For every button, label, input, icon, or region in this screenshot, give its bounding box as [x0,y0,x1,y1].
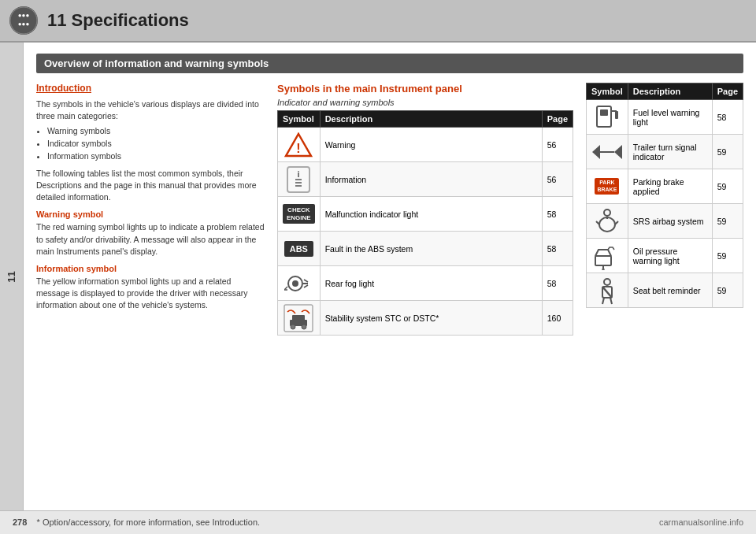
right-col-page: Page [712,83,743,100]
overview-banner: Overview of information and warning symb… [36,54,743,73]
table-row: ABS Fault in the ABS system 58 [278,232,573,266]
symbols-subsection-label: Indicator and warning symbols [277,98,573,107]
symbol-cell-info: i [278,162,321,197]
info-symbol-title: Information symbol [36,264,265,273]
park-brake-badge: PARKBRAKE [595,178,619,195]
table-row: Rear fog light 58 [278,266,573,301]
warning-symbol-title: Warning symbol [36,210,265,219]
right-col-symbol: Symbol [587,83,628,100]
warning-symbol-text: The red warning symbol lights up to indi… [36,221,265,258]
page-title: 11 Specifications [47,10,189,31]
svg-rect-23 [600,109,608,116]
symbol-cell-abs: ABS [278,232,321,266]
seatbelt-icon [591,276,623,305]
table-row: Oil pressure warning light 59 [587,239,743,273]
svg-line-13 [304,280,308,282]
symbol-cell-rear-fog [278,266,321,301]
page-trailer: 59 [712,135,743,169]
page-footer: 278 * Option/accessory, for more informa… [0,510,756,532]
abs-icon: ABS [283,241,315,257]
svg-rect-22 [597,106,611,127]
description-rear-fog: Rear fog light [320,266,542,301]
description-park-brake: Parking brake applied [628,169,712,204]
svg-point-20 [291,324,295,329]
abs-badge: ABS [284,241,313,257]
symbols-section-title: Symbols in the main Instrument panel [277,83,573,95]
footer-footnote: * Option/accessory, for more information… [37,517,260,527]
description-check-engine: Malfunction indicator light [320,197,542,232]
park-brake-icon: PARKBRAKE [591,178,623,195]
bullet-information: Information symbols [47,150,265,163]
symbols-table: Symbol Description Page [277,110,573,336]
description-oil: Oil pressure warning light [628,239,712,273]
svg-line-34 [615,221,618,224]
description-trailer: Trailer turn signal indicator [628,135,712,169]
description-srs: SRS airbag system [628,204,712,239]
description-warning: Warning [320,128,542,162]
page-srs: 59 [712,204,743,239]
bullet-warning: Warning symbols [47,125,265,138]
intro-body1: The symbols in the vehicle's various dis… [36,98,265,122]
page-abs: 58 [542,232,573,266]
page-seatbelt: 59 [712,273,743,308]
introduction-title: Introduction [36,83,265,94]
footer-watermark: carmanualsonline.info [659,517,743,527]
symbol-cell-fuel [587,100,628,135]
page-stability: 160 [542,301,573,336]
table-row: CHECKENGINE Malfunction indicator light … [278,197,573,232]
right-col-description: Description [628,83,712,100]
svg-line-33 [596,221,599,224]
symbols-section: Symbols in the main Instrument panel Ind… [277,83,573,336]
table-row: Seat belt reminder 59 [587,273,743,308]
info-icon: i [283,166,315,193]
svg-point-31 [604,210,610,216]
symbol-cell-seatbelt [587,273,628,308]
page-warning: 56 [542,128,573,162]
svg-line-43 [610,298,612,304]
page-header: ●●● ●●● 11 Specifications [0,0,756,43]
table-row: Stability system STC or DSTC* 160 [278,301,573,336]
bullet-indicator: Indicator symbols [47,138,265,150]
table-row: Trailer turn signal indicator 59 [587,135,743,169]
svg-text:i: i [298,169,300,179]
description-info: Information [320,162,542,197]
svg-point-11 [292,280,298,287]
symbol-cell-stability [278,301,321,336]
chapter-number: 11 [6,271,17,282]
description-abs: Fault in the ABS system [320,232,542,266]
svg-point-32 [599,217,615,232]
stability-icon [283,304,315,332]
page-info: 56 [542,162,573,197]
description-fuel: Fuel level warning light [628,100,712,135]
footer-left: 278 * Option/accessory, for more informa… [13,517,260,527]
check-engine-badge: CHECKENGINE [283,204,315,224]
introduction-section: Introduction The symbols in the vehicle'… [36,83,265,336]
page-check-engine: 58 [542,197,573,232]
page-number: 278 [13,517,27,527]
symbol-cell-trailer [587,135,628,169]
srs-icon [591,207,623,235]
svg-text:●●●: ●●● [18,20,30,28]
table-row: SRS airbag system 59 [587,204,743,239]
content-columns: Introduction The symbols in the vehicle'… [36,83,743,336]
right-symbols-table: Symbol Description Page [586,83,743,308]
page-rear-fog: 58 [542,266,573,301]
intro-bullets: Warning symbols Indicator symbols Inform… [47,125,265,162]
svg-rect-19 [292,315,305,321]
col-symbol: Symbol [278,111,321,128]
rear-fog-icon [283,273,315,295]
svg-marker-30 [614,145,622,159]
description-seatbelt: Seat belt reminder [628,273,712,308]
svg-line-14 [304,285,308,287]
svg-marker-27 [592,145,600,159]
intro-body2: The following tables list the most commo… [36,168,265,204]
description-stability: Stability system STC or DSTC* [320,301,542,336]
check-engine-icon: CHECKENGINE [283,204,315,224]
svg-line-42 [602,298,604,304]
table-row: ! Warning 56 [278,128,573,162]
right-symbols-section: Symbol Description Page [586,83,743,336]
table-row: i Information 56 [278,162,573,197]
symbol-cell-srs [587,204,628,239]
symbol-cell-warning: ! [278,128,321,162]
oil-icon [591,242,623,270]
